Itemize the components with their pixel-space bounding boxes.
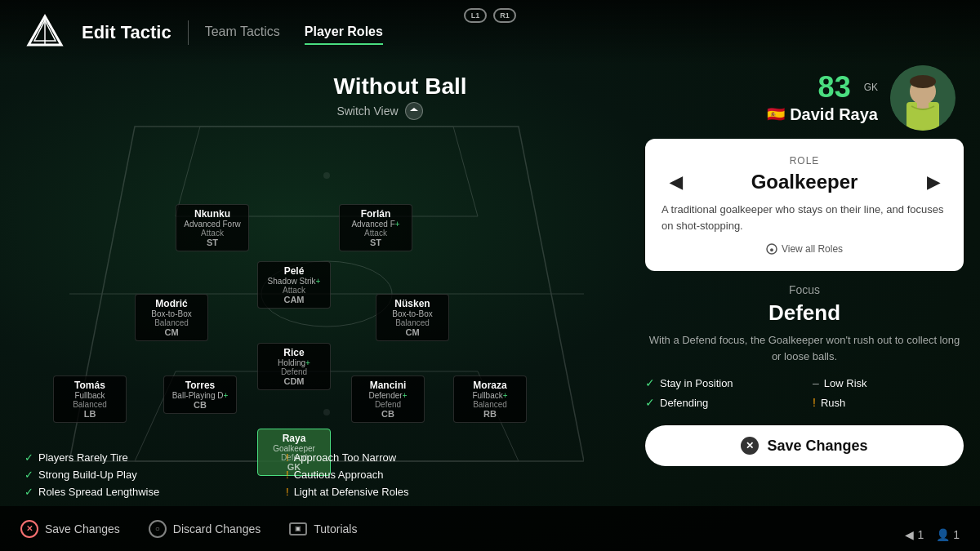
player-mentality-tomas: Balanced	[60, 400, 119, 409]
feedback-label: Strong Build-Up Play	[38, 469, 137, 481]
traits-grid: ✓ Stay in Position – Low Risk ✓ Defendin…	[645, 376, 964, 409]
bottom-bar: ✕Save Changes○Discard Changes▣Tutorials	[0, 506, 980, 551]
player-position: GK	[864, 82, 878, 93]
tab-player-roles[interactable]: Player Roles	[305, 20, 383, 45]
player-pos-moraza: RB	[461, 409, 519, 419]
player-role-nkunku: Advanced Forw	[183, 220, 242, 229]
player-pos-pele: CAM	[265, 295, 323, 304]
l1-button[interactable]: L1	[464, 8, 487, 23]
player-role-moraza: Fullback+	[461, 391, 519, 400]
bottom-action-save-changes[interactable]: ✕Save Changes	[20, 520, 120, 538]
circle-button-icon: ○	[149, 520, 167, 538]
check-icon: ✓	[24, 486, 33, 498]
player-name-nusken: Nüsken	[383, 298, 442, 309]
bottom-icon-symbol: 👤	[936, 528, 950, 541]
view-all-roles-button[interactable]: ● View all Roles	[662, 243, 947, 255]
player-card-nkunku[interactable]: Nkunku Advanced Forw Attack ST	[176, 204, 249, 251]
player-role-modric: Box-to-Box	[142, 309, 201, 318]
role-name: Goalkeeper	[751, 171, 858, 193]
svg-text:●: ●	[769, 246, 773, 254]
trait-item: ✓ Stay in Position	[645, 376, 796, 389]
feedback-label: Approach Too Narrow	[294, 451, 397, 464]
player-mentality-mancini: Defend	[359, 400, 417, 409]
player-card-rice[interactable]: Rice Holding+ Defend CDM	[257, 343, 331, 390]
tactics-area: Nkunku Advanced Forw Attack ST Forlán Ad…	[24, 65, 629, 490]
role-next-button[interactable]: ▶	[919, 172, 947, 192]
player-card-forlan[interactable]: Forlán Advanced F+ Attack ST	[339, 204, 412, 251]
svg-point-6	[323, 409, 330, 415]
feedback-item: ✓Players Rarely Tire	[24, 451, 253, 464]
bottom-action-tutorials[interactable]: ▣Tutorials	[289, 522, 357, 535]
trait-item: ! Rush	[813, 396, 964, 409]
player-card-modric[interactable]: Modrić Box-to-Box Balanced CM	[135, 294, 208, 341]
player-card-nusken[interactable]: Nüsken Box-to-Box Balanced CM	[376, 294, 449, 341]
switch-view: Switch View	[257, 102, 502, 120]
tab-team-tactics[interactable]: Team Tactics	[205, 20, 280, 45]
bottom-action-label: Save Changes	[45, 522, 120, 535]
warning-icon: !	[286, 469, 289, 481]
player-role-mancini: Defender+	[359, 391, 417, 400]
player-mentality-nkunku: Attack	[183, 229, 242, 238]
player-pos-nusken: CM	[383, 327, 442, 337]
controller-buttons: L1 R1	[464, 8, 516, 23]
page-title: Edit Tactic	[82, 22, 172, 43]
player-role-nusken: Box-to-Box	[383, 309, 442, 318]
focus-label: Focus	[645, 283, 964, 296]
trait-item: ✓ Defending	[645, 396, 796, 409]
feedback-item: ✓Roles Spread Lengthwise	[24, 486, 253, 498]
trait-label: Low Risk	[824, 377, 867, 389]
player-info-header: 83 GK 🇪🇸 David Raya	[645, 65, 964, 131]
feedback-label: Light at Defensive Roles	[294, 486, 409, 498]
bottom-right-icon-0: ◀1	[905, 528, 924, 541]
focus-section: Focus Defend With a Defend focus, the Go…	[645, 283, 964, 364]
switch-view-button[interactable]	[405, 102, 423, 120]
bottom-right-icon-1: 👤1	[936, 528, 960, 541]
role-nav: ◀ Goalkeeper ▶	[662, 171, 947, 193]
player-card-tomas[interactable]: Tomás Fullback Balanced LB	[53, 375, 127, 423]
switch-view-label: Switch View	[336, 104, 398, 118]
check-icon: ✓	[24, 451, 33, 464]
right-panel: 83 GK 🇪🇸 David Raya	[645, 65, 964, 466]
bottom-action-label: Tutorials	[314, 522, 357, 535]
bottom-action-discard-changes[interactable]: ○Discard Changes	[149, 520, 261, 538]
player-pos-rice: CDM	[265, 376, 323, 386]
rect-button-icon: ▣	[289, 522, 307, 535]
r1-button[interactable]: R1	[493, 8, 516, 23]
feedback-label: Cautious Approach	[294, 469, 384, 481]
player-flag: 🇪🇸	[767, 105, 785, 123]
role-description: A traditional goalkeeper who stays on th…	[662, 202, 947, 233]
player-name-rice: Rice	[265, 347, 323, 358]
bottom-right: ◀1👤1	[905, 528, 960, 541]
trait-label: Defending	[660, 397, 708, 409]
bottom-icon-value: 1	[917, 528, 924, 541]
player-role-rice: Holding+	[265, 358, 323, 367]
save-changes-button[interactable]: ✕ Save Changes	[645, 425, 964, 466]
check-icon: ✓	[645, 376, 655, 389]
player-mentality-modric: Balanced	[142, 318, 201, 327]
svg-point-10	[910, 75, 936, 88]
player-rating: 83	[818, 73, 851, 102]
player-card-torres[interactable]: Torres Ball-Playing D+ CB	[163, 375, 237, 414]
check-icon: ✓	[645, 396, 655, 409]
player-mentality-forlan: Attack	[346, 229, 405, 238]
bottom-icon-symbol: ◀	[905, 528, 914, 541]
player-card-moraza[interactable]: Moraza Fullback+ Balanced RB	[453, 375, 527, 423]
player-card-pele[interactable]: Pelé Shadow Strik+ Attack CAM	[257, 261, 331, 309]
player-mentality-nusken: Balanced	[383, 318, 442, 327]
player-avatar	[890, 65, 956, 131]
role-prev-button[interactable]: ◀	[662, 172, 690, 192]
header-divider	[188, 20, 189, 45]
player-mentality-rice: Defend	[265, 367, 323, 376]
player-pos-torres: CB	[171, 400, 229, 410]
player-pos-modric: CM	[142, 327, 201, 337]
player-pos-nkunku: ST	[183, 238, 242, 247]
player-card-mancini[interactable]: Mancini Defender+ Defend CB	[351, 375, 425, 423]
player-name-modric: Modrić	[142, 298, 201, 309]
trait-item: – Low Risk	[813, 376, 964, 389]
warning-icon: !	[286, 486, 289, 498]
section-title: Without Ball	[237, 73, 564, 100]
player-mentality-moraza: Balanced	[461, 400, 519, 409]
app-logo	[24, 12, 65, 53]
role-card: Role ◀ Goalkeeper ▶ A traditional goalke…	[645, 139, 964, 271]
focus-name: Defend	[645, 300, 964, 326]
